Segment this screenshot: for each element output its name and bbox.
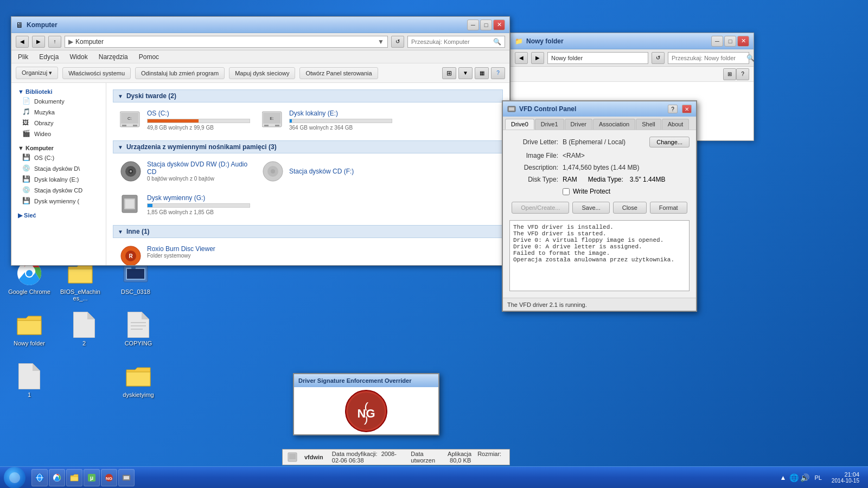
sidebar-cd[interactable]: 💿Stacja dysków CD: [11, 185, 106, 196]
network-header[interactable]: ▶ Sieć: [11, 211, 106, 220]
back-button[interactable]: ◀: [16, 36, 29, 48]
taskbar-vfd[interactable]: [118, 469, 135, 486]
close-button[interactable]: ✕: [493, 20, 505, 30]
other-header[interactable]: ▼ Inne (1): [113, 225, 503, 238]
explorer2-forward[interactable]: ▶: [531, 52, 544, 64]
svg-rect-46: [509, 107, 514, 111]
taskbar-chrome[interactable]: [49, 469, 65, 486]
up-button[interactable]: ↑: [48, 36, 61, 48]
taskbar-clock[interactable]: 21:04 2014-10-15: [827, 471, 864, 484]
save-button[interactable]: Save...: [572, 202, 609, 214]
explorer2-back[interactable]: ◀: [515, 52, 528, 64]
taskbar-explorer[interactable]: [66, 469, 82, 486]
sidebar-obrazy[interactable]: 🖼Obrazy: [11, 118, 106, 129]
vfd-action-buttons: Open/Create... Save... Close Format: [509, 200, 690, 216]
menu-pomoc[interactable]: Pomoc: [137, 52, 161, 62]
vfd-log[interactable]: The VFD driver is installed.The VFD driv…: [509, 220, 690, 291]
desktop-icon-dyskietyimg[interactable]: dyskietyimg: [117, 363, 160, 398]
drive-g[interactable]: Dysk wymienny (G:) 1,85 GB wolnych z 1,8…: [117, 191, 253, 219]
vfd-close-drive-button[interactable]: Close: [613, 202, 647, 214]
tab-drive0[interactable]: Drive0: [505, 119, 534, 130]
system-props-button[interactable]: Właściwości systemu: [62, 67, 131, 79]
desktop-icon-copying[interactable]: COPYING: [117, 312, 160, 346]
vfd-close-btn[interactable]: ✕: [682, 105, 692, 113]
tab-shell[interactable]: Shell: [636, 119, 661, 130]
write-protect-checkbox[interactable]: [563, 188, 570, 195]
tray-volume[interactable]: 🔊: [800, 473, 809, 482]
taskbar-ie[interactable]: [31, 469, 48, 486]
roxio-item[interactable]: R Roxio Burn Disc Viewer Folder systemow…: [117, 242, 253, 265]
desktop-icon-file2[interactable]: 2: [62, 312, 106, 346]
explorer-titlebar[interactable]: 🖥 Komputer ─ □ ✕: [11, 17, 509, 33]
uninstall-button[interactable]: Odinstaluj lub zmień program: [135, 67, 225, 79]
menu-plik[interactable]: Plik: [16, 52, 30, 62]
organize-button[interactable]: Organizuj ▾: [16, 67, 58, 79]
map-drive-button[interactable]: Mapuj dysk sieciowy: [229, 67, 295, 79]
refresh-button[interactable]: ↺: [391, 36, 404, 48]
libraries-header[interactable]: ▼ Biblioteki: [11, 87, 106, 96]
start-button[interactable]: [0, 467, 29, 489]
change-button[interactable]: Change...: [649, 137, 690, 147]
taskbar-utorrent[interactable]: μ: [84, 469, 100, 486]
dseo-title: Driver Signature Enforcement Overrider: [298, 377, 411, 384]
explorer2-titlebar[interactable]: 📁 Nowy folder ─ □ ✕: [510, 33, 754, 49]
forward-button[interactable]: ▶: [32, 36, 45, 48]
desktop-icon-nowy[interactable]: Nowy folder: [8, 312, 51, 346]
drive-f-icon: [262, 160, 284, 182]
open-create-button[interactable]: Open/Create...: [512, 202, 569, 214]
sidebar-dvd[interactable]: 💿Stacja dysków D\: [11, 163, 106, 174]
tab-association[interactable]: Association: [593, 119, 635, 130]
menu-edycja[interactable]: Edycja: [37, 52, 61, 62]
hard-drives-header[interactable]: ▼ Dyski twarde (2): [113, 89, 503, 102]
dseo-window: Driver Signature Enforcement Overrider (…: [293, 373, 439, 435]
explorer2-close[interactable]: ✕: [737, 36, 749, 47]
menu-bar: Plik Edycja Widok Narzędzia Pomoc: [11, 50, 509, 63]
menu-widok[interactable]: Widok: [67, 52, 90, 62]
desktop-icon-bios[interactable]: BIOS_eMachines_...: [59, 260, 102, 301]
sidebar-osc[interactable]: 💾OS (C:): [11, 152, 106, 163]
minimize-button[interactable]: ─: [467, 20, 479, 30]
tray-network[interactable]: 🌐: [789, 473, 798, 482]
taskbar-language[interactable]: PL: [812, 474, 824, 481]
drive-d[interactable]: Stacja dysków DVD RW (D:) Audio CD 0 baj…: [117, 158, 253, 185]
sidebar-wideo[interactable]: 🎬Wideo: [11, 129, 106, 139]
taskbar-ng[interactable]: NG: [101, 469, 117, 486]
vfd-titlebar[interactable]: VFD Control Panel ? ✕: [503, 101, 696, 117]
sidebar-dysk-e[interactable]: 💾Dysk lokalny (E:): [11, 174, 106, 185]
sidebar-dysk-g[interactable]: 💾Dysk wymienny (: [11, 196, 106, 207]
explorer2-viewbtn[interactable]: ⊞: [723, 68, 736, 80]
tab-drive1[interactable]: Drive1: [535, 119, 564, 130]
menu-narzedzia[interactable]: Narzędzia: [97, 52, 130, 62]
svg-point-29: [130, 170, 132, 172]
view-toggle-button[interactable]: ▼: [458, 67, 473, 79]
explorer2-maximize[interactable]: □: [724, 36, 736, 47]
dseo-titlebar[interactable]: Driver Signature Enforcement Overrider: [294, 374, 438, 387]
dseo-body: ( NG ): [294, 387, 438, 434]
removable-header[interactable]: ▼ Urządzenia z wymiennymi nośnikami pami…: [113, 140, 503, 153]
sidebar-muzyka[interactable]: 🎵Muzyka: [11, 107, 106, 118]
write-protect-label: Write Protect: [573, 188, 610, 195]
vfd-help-btn[interactable]: ?: [668, 105, 678, 113]
desktop-icon-file1[interactable]: 1: [8, 363, 51, 398]
explorer2-search[interactable]: [672, 55, 746, 61]
view-list-button[interactable]: ▦: [475, 67, 489, 79]
control-panel-button[interactable]: Otwórz Panel sterowania: [299, 67, 378, 79]
search-input[interactable]: [411, 38, 493, 45]
bios-label: BIOS_eMachines_...: [59, 288, 102, 301]
maximize-button[interactable]: □: [480, 20, 492, 30]
explorer2-refresh[interactable]: ↺: [652, 52, 665, 64]
tray-expand[interactable]: ▲: [778, 473, 787, 482]
nowy-label: Nowy folder: [14, 340, 45, 346]
sidebar-dokumenty[interactable]: 📄Dokumenty: [11, 96, 106, 107]
drive-f[interactable]: Stacja dysków CD (F:): [259, 158, 395, 185]
tab-driver[interactable]: Driver: [565, 119, 592, 130]
drive-e[interactable]: E: Dysk lokalny (E:) 364 GB wolnych z 36…: [259, 107, 395, 134]
computer-header[interactable]: ▼ Komputer: [11, 144, 106, 152]
view-details-button[interactable]: ⊞: [442, 67, 456, 79]
help-button[interactable]: ?: [491, 67, 505, 79]
format-button[interactable]: Format: [650, 202, 687, 214]
explorer2-minimize[interactable]: ─: [711, 36, 723, 47]
tab-about[interactable]: About: [662, 119, 690, 130]
drive-c[interactable]: C: OS (C:) 49,8 GB wolnych z 99,9 GB: [117, 107, 253, 134]
explorer2-help[interactable]: ?: [736, 68, 749, 80]
